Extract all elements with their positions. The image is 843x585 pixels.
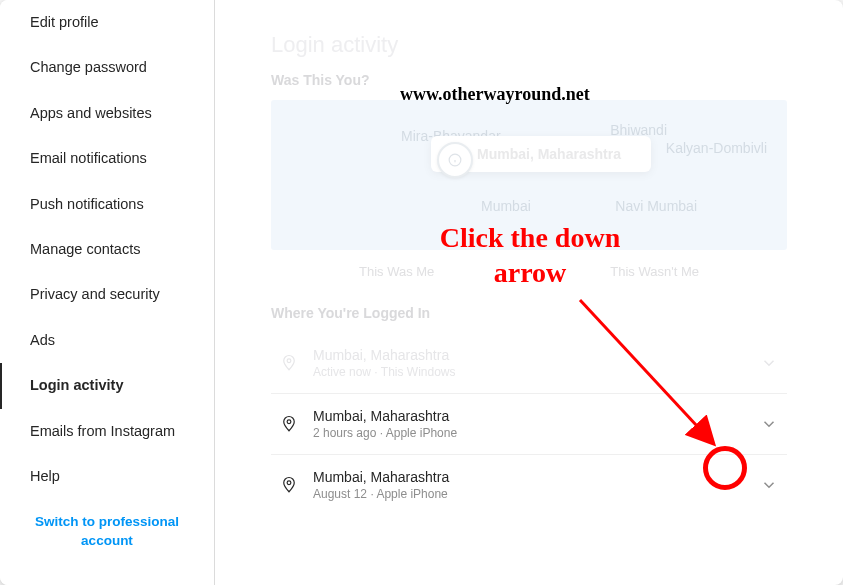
svg-point-4: [287, 420, 291, 424]
was-this-you-heading: Was This You?: [271, 72, 787, 88]
confirm-row: This Was Me This Wasn't Me: [271, 264, 787, 279]
session-meta: August 12 · Apple iPhone: [313, 487, 755, 501]
settings-sidebar: Edit profile Change password Apps and we…: [0, 0, 215, 585]
sidebar-item-email-notifications[interactable]: Email notifications: [0, 136, 214, 181]
location-pin-icon: [275, 352, 303, 374]
this-was-me-button[interactable]: This Was Me: [359, 264, 434, 279]
sidebar-item-apps-websites[interactable]: Apps and websites: [0, 91, 214, 136]
expand-session-button[interactable]: [755, 476, 783, 494]
session-meta: 2 hours ago · Apple iPhone: [313, 426, 755, 440]
chevron-down-icon: [760, 354, 778, 372]
login-sessions-list: Mumbai, Maharashtra Active now · This Wi…: [271, 333, 787, 515]
svg-point-3: [287, 359, 291, 363]
sidebar-item-ads[interactable]: Ads: [0, 318, 214, 363]
map-label: Navi Mumbai: [615, 198, 697, 214]
expand-session-button[interactable]: [755, 354, 783, 372]
this-wasnt-me-button[interactable]: This Wasn't Me: [610, 264, 699, 279]
switch-professional-link[interactable]: Switch to professional account: [0, 499, 214, 565]
expand-session-button[interactable]: [755, 415, 783, 433]
session-location: Mumbai, Maharashtra: [313, 347, 755, 363]
map-label: Kalyan-Dombivli: [666, 140, 767, 156]
svg-point-5: [287, 481, 291, 485]
sidebar-item-emails-instagram[interactable]: Emails from Instagram: [0, 409, 214, 454]
sidebar-item-privacy-security[interactable]: Privacy and security: [0, 272, 214, 317]
session-location: Mumbai, Maharashtra: [313, 408, 755, 424]
sidebar-item-push-notifications[interactable]: Push notifications: [0, 182, 214, 227]
sidebar-item-login-activity[interactable]: Login activity: [0, 363, 214, 408]
map-tooltip: Mumbai, Maharashtra: [431, 136, 651, 172]
chevron-down-icon: [760, 415, 778, 433]
main-content: Login activity Was This You? Mira-Bhayan…: [215, 0, 843, 585]
sidebar-item-change-password[interactable]: Change password: [0, 45, 214, 90]
sidebar-item-help[interactable]: Help: [0, 454, 214, 499]
chevron-down-icon: [760, 476, 778, 494]
tooltip-location: Mumbai, Maharashtra: [477, 146, 635, 162]
login-session-row[interactable]: Mumbai, Maharashtra August 12 · Apple iP…: [271, 455, 787, 515]
page-title: Login activity: [271, 32, 787, 58]
map-label: Mumbai: [481, 198, 531, 214]
where-logged-in-heading: Where You're Logged In: [271, 305, 787, 321]
location-pin-icon: [275, 474, 303, 496]
login-map: Mira-Bhayandar Bhiwandi Kalyan-Dombivli …: [271, 100, 787, 250]
sidebar-item-manage-contacts[interactable]: Manage contacts: [0, 227, 214, 272]
login-session-row[interactable]: Mumbai, Maharashtra Active now · This Wi…: [271, 333, 787, 394]
location-pin-icon: [275, 413, 303, 435]
login-session-row[interactable]: Mumbai, Maharashtra 2 hours ago · Apple …: [271, 394, 787, 455]
sidebar-item-edit-profile[interactable]: Edit profile: [0, 0, 214, 45]
session-meta: Active now · This Windows: [313, 365, 755, 379]
session-location: Mumbai, Maharashtra: [313, 469, 755, 485]
info-icon: [437, 142, 473, 178]
